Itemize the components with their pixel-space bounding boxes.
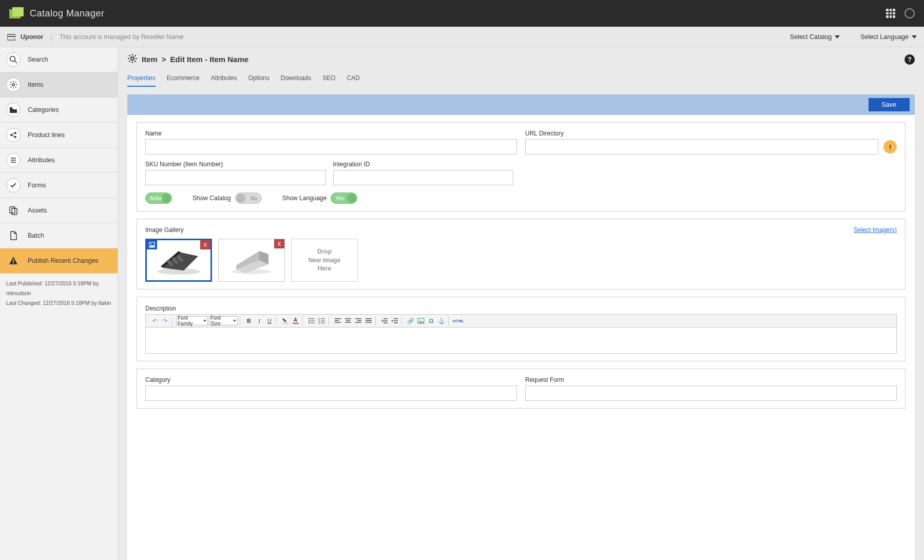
select-catalog-dropdown[interactable]: Select Catalog bbox=[790, 33, 840, 41]
anchor-icon[interactable]: ⚓ bbox=[437, 316, 446, 325]
select-language-dropdown[interactable]: Select Language bbox=[860, 33, 917, 41]
tab-cad[interactable]: CAD bbox=[347, 74, 360, 87]
remove-image-button[interactable]: X bbox=[274, 239, 284, 248]
underline-icon[interactable]: U bbox=[265, 316, 274, 325]
list-icon bbox=[6, 153, 21, 167]
tab-properties[interactable]: Properties bbox=[127, 74, 156, 87]
font-size-select[interactable]: Font Size bbox=[209, 316, 238, 325]
image-gallery-title: Image Gallery bbox=[145, 226, 184, 234]
insert-image-icon[interactable] bbox=[416, 316, 426, 325]
bullet-list-icon[interactable] bbox=[307, 316, 316, 325]
last-changed-text: Last Changed: 12/27/2016 5:18PM by tlaki… bbox=[6, 298, 111, 308]
category-input[interactable] bbox=[145, 385, 517, 401]
svg-text:A: A bbox=[294, 317, 297, 323]
sidebar-item-items[interactable]: Items bbox=[0, 72, 118, 98]
svg-line-12 bbox=[11, 82, 12, 83]
product-image-1 bbox=[153, 245, 204, 276]
html-source-button[interactable]: HTML bbox=[453, 316, 464, 325]
sidebar-item-batch[interactable]: Batch bbox=[0, 223, 118, 248]
select-images-link[interactable]: Select Image(s) bbox=[854, 226, 897, 234]
sidebar-item-assets[interactable]: Assets bbox=[0, 198, 118, 223]
tab-downloads[interactable]: Downloads bbox=[281, 74, 311, 87]
svg-point-49 bbox=[309, 320, 310, 321]
sub-bar: Uponor | This account is managed by Rese… bbox=[0, 27, 924, 47]
tab-attributes[interactable]: Attributes bbox=[211, 74, 237, 87]
request-form-input[interactable] bbox=[525, 385, 897, 401]
panel-description: Description ↶ ↷ Font Family Font Size bbox=[137, 297, 906, 361]
sidebar-item-attributes[interactable]: Attributes bbox=[0, 148, 118, 173]
tab-options[interactable]: Options bbox=[248, 74, 269, 87]
omega-icon[interactable]: Ω bbox=[427, 316, 436, 325]
text-color-icon[interactable]: A bbox=[291, 316, 300, 325]
bold-icon[interactable]: B bbox=[244, 316, 254, 325]
undo-icon[interactable]: ↶ bbox=[150, 316, 159, 325]
caret-down-icon bbox=[912, 35, 917, 38]
sidebar-item-product-lines[interactable]: Product lines bbox=[0, 123, 118, 148]
help-icon[interactable]: ? bbox=[904, 54, 915, 65]
italic-icon[interactable]: I bbox=[255, 316, 264, 325]
tab-ecommerce[interactable]: Ecommerce bbox=[167, 74, 200, 87]
breadcrumb-sep: > bbox=[162, 55, 166, 64]
save-button[interactable]: Save bbox=[869, 98, 910, 111]
svg-line-21 bbox=[12, 136, 15, 137]
show-catalog-toggle[interactable]: No bbox=[235, 192, 262, 204]
apps-grid-icon[interactable] bbox=[886, 9, 895, 18]
scroll-body[interactable]: Name URL Directory ! bbox=[127, 115, 915, 560]
warning-badge-icon[interactable]: ! bbox=[883, 140, 897, 153]
svg-point-29 bbox=[131, 57, 134, 60]
show-catalog-value: No bbox=[251, 196, 257, 201]
url-directory-input[interactable] bbox=[525, 139, 878, 155]
align-center-icon[interactable] bbox=[343, 316, 353, 325]
indent-icon[interactable] bbox=[390, 316, 399, 325]
topbar-left: Catalog Manager bbox=[9, 7, 105, 20]
name-label: Name bbox=[145, 130, 517, 137]
integration-id-label: Integration ID bbox=[333, 161, 514, 168]
description-title: Description bbox=[145, 305, 176, 312]
tab-seo[interactable]: SEO bbox=[322, 74, 335, 87]
redo-icon[interactable]: ↷ bbox=[160, 316, 169, 325]
drop-image-zone[interactable]: Drop New Image Here bbox=[291, 239, 358, 282]
align-justify-icon[interactable] bbox=[364, 316, 373, 325]
gallery-thumb-1[interactable]: X bbox=[145, 239, 212, 282]
sidebar-item-categories[interactable]: Categories bbox=[0, 98, 118, 123]
svg-line-15 bbox=[15, 82, 16, 83]
svg-rect-16 bbox=[10, 107, 12, 109]
panel-category-request: Category Request Form bbox=[137, 369, 906, 409]
font-family-select[interactable]: Font Family bbox=[176, 316, 208, 325]
panel-image-gallery: Image Gallery Select Image(s) X bbox=[137, 219, 906, 289]
description-editor[interactable] bbox=[145, 327, 897, 354]
sidebar-item-publish[interactable]: Publish Recent Changes bbox=[0, 248, 118, 274]
svg-line-36 bbox=[129, 61, 130, 62]
svg-point-79 bbox=[419, 319, 420, 320]
align-right-icon[interactable] bbox=[354, 316, 363, 325]
highlight-color-icon[interactable] bbox=[281, 316, 290, 325]
sidebar-item-search[interactable]: Search bbox=[0, 47, 118, 72]
sku-input[interactable] bbox=[145, 170, 326, 185]
account-name: Uponor bbox=[21, 33, 43, 41]
show-language-toggle[interactable]: Yes bbox=[331, 192, 357, 204]
save-bar: Save bbox=[127, 94, 915, 115]
name-input[interactable] bbox=[145, 139, 517, 155]
subbar-left: Uponor | This account is managed by Rese… bbox=[7, 33, 183, 41]
sidebar-item-label: Forms bbox=[28, 182, 46, 189]
share-icon bbox=[6, 128, 21, 142]
gallery-thumb-2[interactable]: X bbox=[218, 239, 285, 282]
breadcrumb-section[interactable]: Item bbox=[142, 55, 158, 64]
show-language-value: Yes bbox=[335, 196, 343, 201]
separator: | bbox=[50, 33, 52, 41]
sidebar-item-label: Categories bbox=[28, 106, 59, 113]
svg-point-7 bbox=[12, 84, 14, 86]
outdent-icon[interactable] bbox=[380, 316, 389, 325]
numbered-list-icon[interactable]: 123 bbox=[317, 316, 326, 325]
svg-rect-2 bbox=[12, 7, 17, 10]
link-icon[interactable]: 🔗 bbox=[406, 316, 415, 325]
align-left-icon[interactable] bbox=[333, 316, 342, 325]
sidebar-item-forms[interactable]: Forms bbox=[0, 173, 118, 198]
sidebar-item-label: Assets bbox=[28, 207, 47, 214]
integration-id-input[interactable] bbox=[333, 170, 514, 185]
active-toggle[interactable]: Active bbox=[145, 192, 172, 204]
svg-rect-3 bbox=[7, 34, 15, 40]
svg-rect-26 bbox=[12, 208, 17, 215]
sidebar-item-label: Attributes bbox=[28, 157, 55, 164]
profile-circle-icon[interactable] bbox=[904, 8, 915, 18]
